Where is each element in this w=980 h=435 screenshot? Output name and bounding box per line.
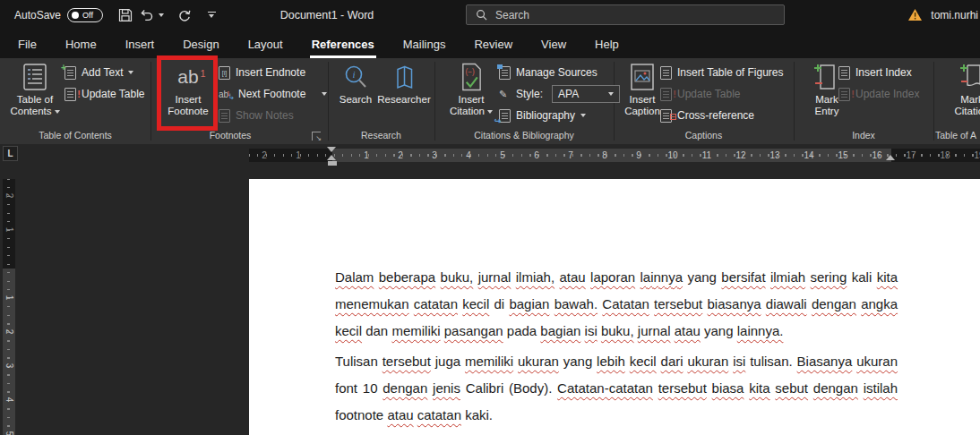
group-label-toc: Table of Contents xyxy=(0,130,150,142)
hanging-indent-marker[interactable] xyxy=(327,155,336,160)
bibliography-button[interactable]: ↪ Bibliography xyxy=(499,106,586,125)
vertical-ruler[interactable]: 2112345 xyxy=(3,179,15,435)
misspelled-word: dengan xyxy=(383,380,427,396)
misspelled-word: atau xyxy=(675,323,701,338)
search-research-icon: i xyxy=(342,64,369,90)
left-indent-marker[interactable] xyxy=(328,161,337,166)
tab-home[interactable]: Home xyxy=(51,30,111,58)
search-input[interactable] xyxy=(495,9,746,21)
misspelled-word: bagian xyxy=(509,296,549,311)
table-of-contents-button[interactable]: Table of Contents xyxy=(9,60,61,128)
save-button[interactable] xyxy=(116,0,134,30)
misspelled-word: angka xyxy=(861,296,898,311)
undo-button[interactable] xyxy=(138,0,156,30)
ruler-number: 2 xyxy=(4,327,14,337)
insert-index-button[interactable]: Insert Index xyxy=(838,63,912,82)
misspelled-word: bersifat xyxy=(721,269,765,285)
horizontal-ruler[interactable]: 2112345678910111213141516171819 xyxy=(249,149,980,162)
ruler-number: 1 xyxy=(357,150,375,160)
svg-text:i: i xyxy=(352,69,355,80)
misspelled-word: memiliki xyxy=(465,354,513,369)
cross-reference-icon: − xyxy=(660,109,672,123)
misspelled-word: kita xyxy=(877,269,898,285)
misspelled-word: Catatan-catatan xyxy=(557,380,653,396)
tab-review[interactable]: Review xyxy=(460,30,527,58)
misspelled-word: tersebut xyxy=(658,380,707,396)
misspelled-word: tersebut xyxy=(383,354,431,369)
tab-file[interactable]: File xyxy=(4,30,51,58)
misspelled-word: dengan xyxy=(813,380,858,396)
mark-citation-button[interactable]: Mark Citation xyxy=(946,60,980,128)
insert-caption-button[interactable]: Insert Caption xyxy=(618,60,666,128)
redo-icon xyxy=(177,8,192,22)
misspelled-word: bagian xyxy=(540,323,580,338)
bibliography-icon: ↪ xyxy=(499,109,511,123)
ruler-number: 14 xyxy=(800,150,818,160)
tab-layout[interactable]: Layout xyxy=(234,30,297,58)
tab-stop-selector[interactable]: L xyxy=(3,146,18,161)
misspelled-word: lainnya xyxy=(640,269,683,285)
misspelled-word: buku, xyxy=(441,269,474,285)
search-icon xyxy=(476,9,487,21)
group-label-citations: Citations & Bibliography xyxy=(434,130,614,142)
researcher-button[interactable]: Researcher xyxy=(376,60,432,128)
search-button[interactable]: i Search xyxy=(333,60,378,128)
document-page[interactable]: Dalam beberapa buku, jurnal ilmiah, atau… xyxy=(249,179,980,435)
ruler-number: 5 xyxy=(494,150,511,160)
manage-sources-icon xyxy=(499,66,511,80)
insert-index-icon xyxy=(838,66,850,80)
first-line-indent-marker[interactable] xyxy=(327,147,336,152)
customize-qat-icon[interactable] xyxy=(204,0,219,30)
misspelled-word: laporan xyxy=(590,269,635,285)
ruler-number: 4 xyxy=(460,150,477,160)
ruler-number: 19 xyxy=(970,150,980,160)
misspelled-word: diawali xyxy=(766,296,807,311)
autosave-control[interactable]: AutoSave Off xyxy=(14,0,103,30)
cross-reference-button[interactable]: − Cross-reference xyxy=(660,106,754,125)
next-footnote-button[interactable]: ab1↳ Next Footnote xyxy=(219,84,327,104)
document-title: Document1 - Word xyxy=(224,0,430,30)
update-table-button[interactable]: ! Update Table xyxy=(64,84,145,104)
ruler-number: 1 xyxy=(289,150,307,160)
insert-footnote-button[interactable]: ab1 Insert Footnote xyxy=(163,60,213,128)
tab-view[interactable]: View xyxy=(527,30,580,58)
insert-table-of-figures-button[interactable]: Insert Table of Figures xyxy=(660,63,784,82)
ruler-number: 6 xyxy=(528,150,546,160)
save-icon xyxy=(118,8,133,22)
insert-citation-button[interactable]: (−) Insert Citation xyxy=(446,60,496,128)
redo-button[interactable] xyxy=(176,0,193,30)
tab-insert[interactable]: Insert xyxy=(111,30,169,58)
tab-mailings[interactable]: Mailings xyxy=(389,30,460,58)
insert-footnote-icon: ab1 xyxy=(177,66,198,88)
manage-sources-button[interactable]: Manage Sources xyxy=(499,63,597,82)
group-separator xyxy=(933,62,934,141)
misspelled-word: beberapa xyxy=(379,269,435,285)
misspelled-word: jenis xyxy=(433,380,460,396)
ruler-number: 5 xyxy=(4,429,14,435)
misspelled-word: ukuran xyxy=(518,354,559,369)
misspelled-word: catatan xyxy=(414,296,458,311)
tab-references[interactable]: References xyxy=(297,30,389,58)
misspelled-word: buku, xyxy=(601,323,634,338)
insert-endnote-button[interactable]: [i]• Insert Endnote xyxy=(219,63,305,82)
tab-help[interactable]: Help xyxy=(580,30,633,58)
paragraph: Dalam beberapa buku, jurnal ilmiah, atau… xyxy=(335,264,898,345)
misspelled-word: jurnal xyxy=(638,323,671,338)
autosave-toggle[interactable]: Off xyxy=(67,8,103,22)
ruler-number: 2 xyxy=(255,150,273,160)
next-footnote-icon: ab1↳ xyxy=(219,88,233,101)
search-box[interactable] xyxy=(466,4,785,25)
ruler-number: 3 xyxy=(426,150,443,160)
undo-dropdown-icon[interactable] xyxy=(156,0,167,30)
tab-design[interactable]: Design xyxy=(168,30,233,58)
misspelled-word: dengan xyxy=(812,296,856,311)
document-text: Dalam beberapa buku, jurnal ilmiah, atau… xyxy=(335,264,898,432)
right-indent-marker[interactable] xyxy=(886,155,895,160)
add-text-button[interactable]: + Add Text xyxy=(64,63,133,82)
misspelled-word: Dalam xyxy=(335,269,374,285)
ruler-number: 18 xyxy=(936,150,954,160)
style-dropdown[interactable]: APA xyxy=(552,85,620,103)
footnotes-dialog-launcher-icon[interactable] xyxy=(312,132,321,141)
misspelled-word: biasanya xyxy=(708,296,761,311)
account-area[interactable]: tomi.nurhi xyxy=(907,0,980,30)
